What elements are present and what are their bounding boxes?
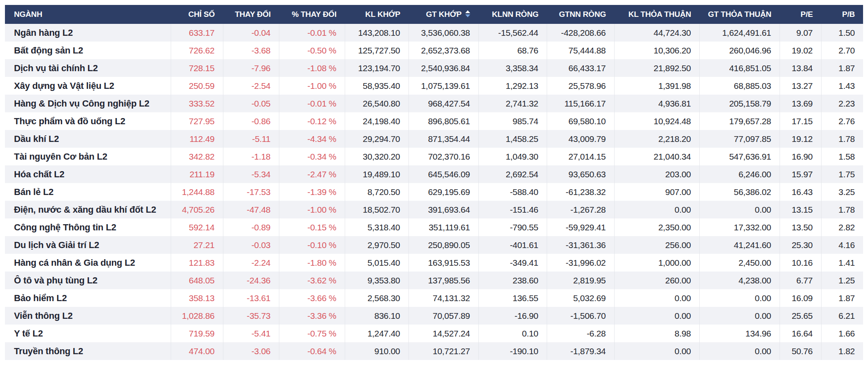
cell-nganh: Hàng cá nhân & Gia dụng L2: [5, 254, 171, 272]
cell-thay_doi: -0.86: [223, 112, 279, 130]
table-row[interactable]: Dịch vụ tài chính L2728.15-7.96-1.08 %12…: [5, 59, 863, 77]
cell-gt_thoa_thuan: 68,885.03: [699, 77, 780, 95]
cell-gtnn_rong: -1,267.28: [547, 201, 614, 218]
cell-pe: 50.76: [780, 342, 821, 360]
table-row[interactable]: Điện, nước & xăng dầu khí đốt L24,705.26…: [5, 201, 863, 218]
table-row[interactable]: Công nghệ Thông tin L2592.14-0.89-0.15 %…: [5, 218, 863, 236]
cell-klnn_rong: 2,741.32: [478, 95, 547, 112]
cell-gt_thoa_thuan: 0.00: [699, 342, 780, 360]
table-row[interactable]: Hóa chất L2211.19-5.34-2.47 %19,489.1064…: [5, 165, 863, 183]
cell-nganh: Hàng & Dịch vụ Công nghiệp L2: [5, 95, 171, 112]
cell-kl_khop: 2,568.30: [345, 289, 408, 307]
cell-kl_thoa_thuan: 907.00: [614, 183, 699, 201]
cell-klnn_rong: -190.10: [478, 342, 547, 360]
cell-pe: 6.77: [780, 272, 821, 289]
cell-kl_thoa_thuan: 203.00: [614, 165, 699, 183]
table-row[interactable]: Y tế L2719.59-5.41-0.75 %1,247.4014,527.…: [5, 325, 863, 342]
table-row[interactable]: Hàng cá nhân & Gia dụng L2121.83-2.24-1.…: [5, 254, 863, 272]
column-header-pct_thay_doi[interactable]: % THAY ĐỔI: [279, 5, 345, 24]
column-header-kl_thoa_thuan[interactable]: KL THỎA THUẬN: [614, 5, 699, 24]
cell-kl_khop: 19,489.10: [345, 165, 408, 183]
column-header-label: P/B: [842, 10, 855, 19]
sort-arrow-up-icon: [465, 10, 470, 13]
cell-pct_thay_doi: -1.00 %: [279, 201, 345, 218]
column-header-label: % THAY ĐỔI: [292, 10, 337, 19]
table-row[interactable]: Dầu khí L2112.49-5.11-4.34 %29,294.70871…: [5, 130, 863, 148]
table-row[interactable]: Truyền thông L2474.00-3.06-0.64 %910.001…: [5, 342, 863, 360]
cell-kl_khop: 26,540.80: [345, 95, 408, 112]
cell-gt_khop: 250,890.05: [408, 236, 478, 254]
column-header-gt_thoa_thuan[interactable]: GT THỎA THUẬN: [699, 5, 780, 24]
cell-kl_khop: 58,935.40: [345, 77, 408, 95]
column-header-chi_so[interactable]: CHỈ SỐ: [171, 5, 223, 24]
cell-chi_so: 112.49: [171, 130, 223, 148]
cell-nganh: Y tế L2: [5, 325, 171, 342]
column-header-label: GT KHỚP: [426, 10, 462, 19]
cell-pb: 1.78: [821, 201, 863, 218]
column-header-label: THAY ĐỔI: [235, 10, 271, 19]
column-header-label: KLNN RÒNG: [492, 10, 538, 19]
column-header-label: GTNN RÒNG: [559, 10, 606, 19]
cell-gt_thoa_thuan: 547,636.91: [699, 148, 780, 165]
cell-nganh: Truyền thông L2: [5, 342, 171, 360]
cell-kl_thoa_thuan: 10,924.48: [614, 112, 699, 130]
cell-gt_thoa_thuan: 4,238.00: [699, 272, 780, 289]
cell-gt_khop: 10,721.27: [408, 342, 478, 360]
cell-pb: 1.82: [821, 342, 863, 360]
cell-pe: 13.50: [780, 218, 821, 236]
table-row[interactable]: Xây dựng và Vật liệu L2250.59-2.54-1.00 …: [5, 77, 863, 95]
cell-gt_khop: 702,370.16: [408, 148, 478, 165]
table-row[interactable]: Ngân hàng L2633.17-0.04-0.01 %143,208.10…: [5, 24, 863, 42]
table-row[interactable]: Thực phẩm và đồ uống L2727.95-0.86-0.12 …: [5, 112, 863, 130]
cell-chi_so: 719.59: [171, 325, 223, 342]
cell-klnn_rong: 238.60: [478, 272, 547, 289]
table-row[interactable]: Tài nguyên Cơ bản L2342.82-1.18-0.34 %30…: [5, 148, 863, 165]
cell-pct_thay_doi: -1.08 %: [279, 59, 345, 77]
column-header-kl_khop[interactable]: KL KHỚP: [345, 5, 408, 24]
cell-gtnn_rong: 69,580.10: [547, 112, 614, 130]
cell-gtnn_rong: -61,238.32: [547, 183, 614, 201]
cell-thay_doi: -2.54: [223, 77, 279, 95]
column-header-klnn_rong[interactable]: KLNN RÒNG: [478, 5, 547, 24]
cell-gtnn_rong: -428,208.66: [547, 24, 614, 42]
cell-pct_thay_doi: -0.12 %: [279, 112, 345, 130]
column-header-gt_khop[interactable]: GT KHỚP: [408, 5, 478, 24]
cell-kl_khop: 29,294.70: [345, 130, 408, 148]
cell-thay_doi: -47.48: [223, 201, 279, 218]
cell-kl_thoa_thuan: 0.00: [614, 201, 699, 218]
cell-nganh: Điện, nước & xăng dầu khí đốt L2: [5, 201, 171, 218]
column-header-gtnn_rong[interactable]: GTNN RÒNG: [547, 5, 614, 24]
cell-thay_doi: -0.03: [223, 236, 279, 254]
cell-gt_khop: 351,119.61: [408, 218, 478, 236]
cell-pe: 16.90: [780, 148, 821, 165]
cell-gtnn_rong: 27,014.15: [547, 148, 614, 165]
cell-chi_so: 27.21: [171, 236, 223, 254]
table-row[interactable]: Ô tô và phụ tùng L2648.05-24.36-3.62 %9,…: [5, 272, 863, 289]
table-row[interactable]: Bảo hiểm L2358.13-13.61-3.66 %2,568.3074…: [5, 289, 863, 307]
cell-klnn_rong: 2,692.54: [478, 165, 547, 183]
cell-kl_khop: 143,208.10: [345, 24, 408, 42]
cell-gtnn_rong: 93,650.63: [547, 165, 614, 183]
cell-thay_doi: -5.34: [223, 165, 279, 183]
column-header-nganh[interactable]: NGÀNH: [5, 5, 171, 24]
cell-pct_thay_doi: -4.34 %: [279, 130, 345, 148]
table-row[interactable]: Du lịch và Giải trí L227.21-0.03-0.10 %2…: [5, 236, 863, 254]
cell-thay_doi: -13.61: [223, 289, 279, 307]
cell-klnn_rong: 136.55: [478, 289, 547, 307]
table-row[interactable]: Viễn thông L21,028.86-35.73-3.36 %836.10…: [5, 307, 863, 325]
table-row[interactable]: Bán lẻ L21,244.88-17.53-1.39 %8,720.5062…: [5, 183, 863, 201]
column-header-pb[interactable]: P/B: [821, 5, 863, 24]
cell-klnn_rong: 68.76: [478, 42, 547, 59]
cell-gt_thoa_thuan: 0.00: [699, 289, 780, 307]
column-header-pe[interactable]: P/E: [780, 5, 821, 24]
column-header-label: KL KHỚP: [365, 10, 400, 19]
cell-pct_thay_doi: -0.01 %: [279, 95, 345, 112]
cell-thay_doi: -0.89: [223, 218, 279, 236]
cell-pb: 2.82: [821, 218, 863, 236]
table-row[interactable]: Hàng & Dịch vụ Công nghiệp L2333.52-0.05…: [5, 95, 863, 112]
cell-gt_khop: 70,057.89: [408, 307, 478, 325]
cell-nganh: Du lịch và Giải trí L2: [5, 236, 171, 254]
table-row[interactable]: Bất động sản L2726.62-3.68-0.50 %125,727…: [5, 42, 863, 59]
cell-kl_khop: 125,727.50: [345, 42, 408, 59]
column-header-thay_doi[interactable]: THAY ĐỔI: [223, 5, 279, 24]
